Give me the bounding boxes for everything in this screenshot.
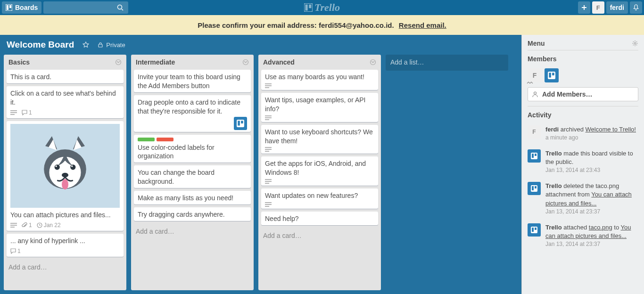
card-title: Want tips, usage examples, or API info? — [265, 96, 374, 114]
card-title: Want to use keyboard shortcuts? We have … — [265, 128, 374, 146]
card[interactable]: Use color-coded labels for organization — [134, 135, 251, 163]
boards-label: Boards — [15, 4, 38, 11]
notifications-button[interactable] — [630, 1, 642, 14]
card-cover-image — [10, 124, 120, 208]
trello-logo[interactable]: Trello — [304, 1, 340, 14]
list-column: IntermediateInvite your team to this boa… — [131, 55, 254, 290]
gear-icon[interactable] — [632, 40, 638, 47]
svg-rect-31 — [535, 154, 537, 156]
activity-link[interactable]: taco.png — [589, 224, 612, 231]
plus-icon — [581, 4, 587, 11]
list-title[interactable]: Basics — [8, 58, 30, 66]
card[interactable]: You can attach pictures and files...1Jan… — [7, 121, 124, 231]
card[interactable]: Click on a card to see what's behind it.… — [7, 86, 124, 118]
card[interactable]: Need help? — [261, 212, 378, 225]
activity-link[interactable]: Welcome to Trello! — [586, 126, 636, 133]
description-icon — [10, 110, 17, 115]
list-column: AdvancedUse as many boards as you want!W… — [258, 55, 381, 290]
add-card-button[interactable]: Add a card… — [4, 260, 126, 275]
card-title: Try dragging cards anywhere. — [138, 210, 247, 219]
user-menu-button[interactable]: ferdi — [606, 1, 628, 14]
activity-timestamp: Jan 13, 2014 at 23:43 — [545, 166, 638, 174]
card-member-avatar[interactable] — [234, 117, 247, 130]
list-cards: Invite your team to this board using the… — [131, 70, 254, 224]
board-title[interactable]: Welcome Board — [7, 40, 74, 50]
card[interactable]: Want updates on new features? — [261, 188, 378, 209]
svg-rect-2 — [9, 5, 11, 8]
description-icon — [265, 115, 272, 120]
card[interactable]: Want to use keyboard shortcuts? We have … — [261, 125, 378, 154]
activity-link[interactable]: You can attach pictures and files... — [545, 191, 632, 206]
svg-rect-27 — [552, 73, 554, 75]
card[interactable]: Get the apps for iOS, Android, and Windo… — [261, 156, 378, 186]
card-title: ... any kind of hyperlink ... — [10, 237, 120, 245]
person-icon — [532, 91, 538, 98]
activity-item: Fferdi archived Welcome to Trello!a minu… — [528, 122, 638, 146]
add-card-button[interactable]: Add a card… — [131, 224, 254, 239]
card-title: This is a card. — [10, 73, 120, 82]
admin-chevrons-icon — [527, 81, 533, 84]
activity-header: Activity — [522, 106, 644, 122]
activity-item: Trello deleted the taco.png attachment f… — [528, 178, 638, 219]
menu-header[interactable]: Menu — [522, 35, 644, 50]
svg-point-14 — [55, 165, 57, 167]
search-input[interactable] — [43, 1, 128, 14]
list-menu-button[interactable] — [115, 59, 122, 65]
trello-avatar — [528, 149, 541, 163]
card[interactable]: Make as many lists as you need! — [134, 191, 251, 204]
svg-point-13 — [70, 164, 75, 170]
add-list-button[interactable]: Add a list… — [386, 55, 508, 71]
card[interactable]: This is a card. — [7, 70, 124, 83]
card[interactable]: Drag people onto a card to indicate that… — [134, 95, 251, 132]
card-label — [138, 138, 155, 141]
list-title[interactable]: Intermediate — [136, 58, 175, 66]
list-cards: This is a card.Click on a card to see wh… — [4, 70, 126, 260]
card-title: Click on a card to see what's behind it. — [10, 89, 120, 107]
boards-button[interactable]: Boards — [2, 1, 41, 14]
trello-avatar — [528, 223, 541, 237]
card-title: You can change the board background. — [138, 168, 247, 186]
svg-point-15 — [71, 165, 73, 167]
list-title[interactable]: Advanced — [263, 58, 295, 66]
svg-rect-26 — [549, 73, 551, 77]
svg-rect-8 — [99, 44, 102, 47]
add-card-button[interactable]: Add a card… — [258, 228, 381, 243]
privacy-button[interactable]: Private — [98, 41, 125, 49]
app-header: Boards Trello F ferdi — [0, 0, 644, 15]
email-confirm-banner: Please confirm your email address: ferdi… — [0, 15, 644, 35]
card[interactable]: Try dragging cards anywhere. — [134, 207, 251, 221]
description-icon — [265, 179, 272, 184]
description-icon — [265, 147, 272, 152]
svg-rect-22 — [241, 121, 243, 123]
activity-timestamp: a minute ago — [545, 134, 636, 142]
lock-icon — [98, 42, 103, 48]
add-members-button[interactable]: Add Members… — [528, 87, 638, 101]
svg-rect-1 — [7, 5, 8, 10]
user-avatar: F — [528, 125, 541, 139]
card-title: Get the apps for iOS, Android, and Windo… — [265, 159, 374, 177]
member-avatar-trello[interactable] — [545, 68, 559, 82]
resend-email-link[interactable]: Resend email. — [399, 21, 446, 29]
svg-point-28 — [534, 92, 537, 94]
card[interactable]: Want tips, usage examples, or API info? — [261, 93, 378, 122]
card[interactable]: Use as many boards as you want! — [261, 70, 378, 90]
members-list: F — [522, 65, 644, 87]
card[interactable]: Invite your team to this board using the… — [134, 70, 251, 92]
card[interactable]: ... any kind of hyperlink ...1 — [7, 234, 124, 257]
card-title: Invite your team to this board using the… — [138, 73, 247, 90]
activity-timestamp: Jan 13, 2014 at 23:37 — [545, 208, 638, 216]
list-menu-button[interactable] — [370, 59, 376, 65]
card-title: Make as many lists as you need! — [138, 194, 247, 203]
svg-point-19 — [243, 60, 248, 65]
star-board-button[interactable] — [83, 41, 89, 48]
create-button[interactable] — [578, 1, 590, 14]
svg-point-12 — [55, 164, 60, 170]
description-icon — [265, 202, 272, 207]
svg-rect-6 — [305, 5, 307, 11]
user-avatar[interactable]: F — [592, 1, 604, 14]
svg-point-16 — [62, 173, 68, 178]
svg-rect-33 — [532, 186, 534, 190]
boards-icon — [6, 4, 12, 11]
card[interactable]: You can change the board background. — [134, 165, 251, 188]
list-menu-button[interactable] — [242, 59, 249, 65]
